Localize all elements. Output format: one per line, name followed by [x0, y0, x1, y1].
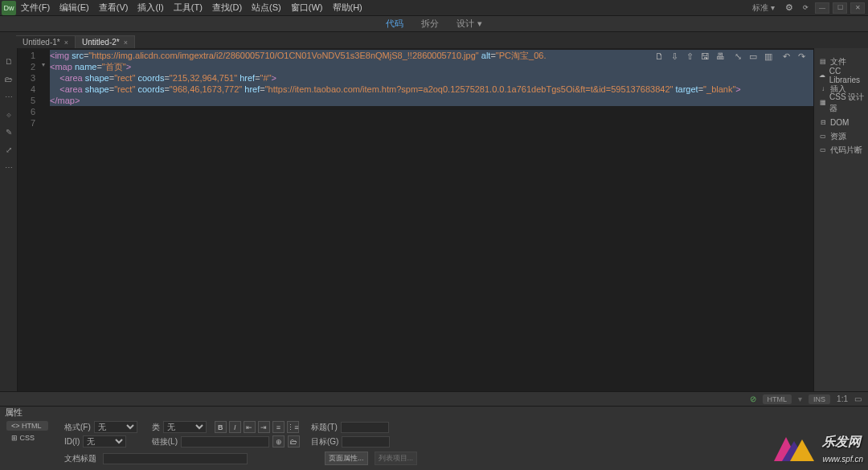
- doc-title-input[interactable]: [103, 453, 248, 464]
- panel-snippets[interactable]: ▭代码片断: [814, 143, 868, 157]
- page-properties-button[interactable]: 页面属性...: [325, 452, 368, 465]
- code-body[interactable]: <img src="https://img.alicdn.com/imgextr…: [40, 48, 813, 391]
- tab-untitled2[interactable]: Untitled-2*×: [76, 35, 135, 48]
- menu-edit[interactable]: 编辑(E): [55, 0, 94, 15]
- manage-sites-icon[interactable]: ⋯: [2, 90, 15, 103]
- download-icon[interactable]: ⇩: [669, 51, 680, 62]
- css-icon: ▦: [819, 99, 826, 107]
- format-select[interactable]: 无: [94, 421, 137, 433]
- menu-window[interactable]: 窗口(W): [286, 0, 328, 15]
- code-line[interactable]: [50, 106, 813, 117]
- code-line[interactable]: [50, 117, 813, 129]
- right-panel: ▤文件 ☁CC Libraries ↓插入 ▦CSS 设计器 ⊟DOM ▭资源 …: [813, 48, 868, 391]
- link-input[interactable]: [181, 436, 269, 448]
- errors-icon[interactable]: ⊘: [750, 394, 756, 403]
- settings-icon[interactable]: ⚙: [783, 2, 796, 14]
- app-logo: Dw: [2, 1, 16, 15]
- top-menubar: Dw 文件(F) 编辑(E) 查看(V) 插入(I) 工具(T) 查找(D) 站…: [0, 0, 868, 16]
- properties-panel: <> HTML ⊞ CSS 格式(F)无 ID(I)无 类 无 B I ⇤ ⇥ …: [0, 418, 868, 470]
- sync-icon[interactable]: ⟳: [799, 2, 812, 14]
- menu-site[interactable]: 站点(S): [247, 0, 286, 15]
- view-switcher: 代码 拆分 设计 ▾: [0, 16, 868, 32]
- status-ins[interactable]: INS: [809, 394, 830, 404]
- panel-cc-libraries[interactable]: ☁CC Libraries: [814, 68, 868, 82]
- expand-icon[interactable]: ⤢: [2, 143, 15, 156]
- doc-title-label: 文档标题: [64, 453, 96, 464]
- format-label: 格式(F): [64, 422, 91, 433]
- code-editor[interactable]: 1 2 3 4 5 6 7 ▾ <img src="https://img.al…: [18, 48, 813, 391]
- code-line[interactable]: <area shape="rect" coords="215,32,964,75…: [50, 72, 813, 84]
- tab-label: Untitled-1*: [23, 38, 60, 47]
- menu-help[interactable]: 帮助(H): [328, 0, 367, 15]
- menu-find[interactable]: 查找(D): [207, 0, 247, 15]
- view-design[interactable]: 设计 ▾: [453, 16, 485, 31]
- preview-icon[interactable]: ▭: [747, 51, 759, 62]
- maximize-button[interactable]: ☐: [833, 2, 847, 14]
- link-label: 链接(L): [152, 436, 178, 448]
- close-icon[interactable]: ×: [64, 39, 68, 47]
- workspace-switcher[interactable]: 标准 ▾: [752, 2, 775, 14]
- panel-label: DOM: [830, 118, 849, 127]
- fold-gutter: ▾: [42, 48, 50, 72]
- dom-icon: ⊟: [819, 119, 827, 127]
- properties-header[interactable]: 属性: [0, 406, 868, 418]
- panel-css-designer[interactable]: ▦CSS 设计器: [814, 96, 868, 109]
- prop-html-tab[interactable]: <> HTML: [6, 421, 48, 431]
- ol-button[interactable]: ⋮≡: [287, 421, 299, 433]
- tab-untitled1[interactable]: Untitled-1*×: [16, 35, 76, 48]
- insert-icon: ↓: [819, 85, 827, 93]
- fold-toggle[interactable]: ▾: [42, 61, 50, 72]
- id-label: ID(I): [64, 437, 80, 446]
- class-select[interactable]: 无: [163, 421, 207, 433]
- collapse-icon[interactable]: ⤡: [732, 51, 743, 62]
- code-line[interactable]: </map>: [50, 95, 813, 106]
- panel-label: 文件: [830, 56, 846, 67]
- print-icon[interactable]: 🖶: [714, 51, 726, 62]
- status-html[interactable]: HTML: [763, 394, 792, 404]
- indent-button[interactable]: ⇥: [258, 421, 270, 433]
- open-file-icon[interactable]: 🗁: [2, 72, 15, 85]
- menu-insert[interactable]: 插入(I): [133, 0, 168, 15]
- eyedropper-icon[interactable]: ✎: [2, 125, 15, 138]
- view-code[interactable]: 代码: [383, 16, 407, 31]
- link-browse-icon[interactable]: 🗁: [288, 435, 300, 448]
- panel-dom[interactable]: ⊟DOM: [814, 116, 868, 129]
- view-split[interactable]: 拆分: [418, 16, 442, 31]
- status-cursor-pos: 1:1: [837, 394, 848, 403]
- more-icon[interactable]: ⋯: [2, 161, 15, 174]
- class-label: 类: [152, 422, 160, 433]
- target-input[interactable]: [342, 436, 390, 448]
- overflow-icon[interactable]: ▭: [854, 394, 862, 403]
- outdent-button[interactable]: ⇤: [244, 421, 256, 433]
- close-icon[interactable]: ×: [124, 39, 128, 47]
- document-tabs: Untitled-1*× Untitled-2*×: [0, 32, 868, 48]
- menu-file[interactable]: 文件(F): [16, 0, 55, 15]
- new-file-icon[interactable]: 🗋: [2, 55, 15, 67]
- id-select[interactable]: 无: [83, 435, 126, 448]
- tab-label: Untitled-2*: [82, 38, 120, 47]
- menu-view[interactable]: 查看(V): [94, 0, 133, 15]
- link-target-icon[interactable]: ⊕: [272, 435, 285, 448]
- undo-icon[interactable]: ↶: [780, 51, 792, 62]
- minimize-button[interactable]: —: [815, 2, 829, 14]
- prop-css-tab[interactable]: ⊞ CSS: [6, 433, 48, 443]
- save-icon[interactable]: 🖫: [699, 51, 710, 62]
- menu-tools[interactable]: 工具(T): [169, 0, 207, 15]
- list-item-button[interactable]: 列表项目...: [375, 452, 418, 465]
- ul-button[interactable]: ≡: [272, 421, 285, 433]
- open-doc-icon[interactable]: 🗋: [653, 51, 665, 62]
- assets-icon: ▭: [819, 133, 827, 141]
- close-button[interactable]: ✕: [850, 2, 865, 14]
- left-toolbar: 🗋 🗁 ⋯ ⟐ ✎ ⤢ ⋯: [0, 48, 18, 391]
- code-line[interactable]: <area shape="rect" coords="968,46,1673,7…: [50, 84, 813, 95]
- title-input[interactable]: [341, 422, 389, 433]
- upload-icon[interactable]: ⇧: [684, 51, 695, 62]
- wand-icon[interactable]: ⟐: [2, 108, 15, 121]
- target-label: 目标(G): [311, 436, 338, 448]
- italic-button[interactable]: I: [229, 421, 241, 433]
- code-line[interactable]: <map name="首页">: [50, 61, 813, 72]
- panel-assets[interactable]: ▭资源: [814, 129, 868, 143]
- redo-icon[interactable]: ↷: [796, 51, 807, 62]
- device-icon[interactable]: ▥: [763, 51, 774, 62]
- bold-button[interactable]: B: [215, 421, 227, 433]
